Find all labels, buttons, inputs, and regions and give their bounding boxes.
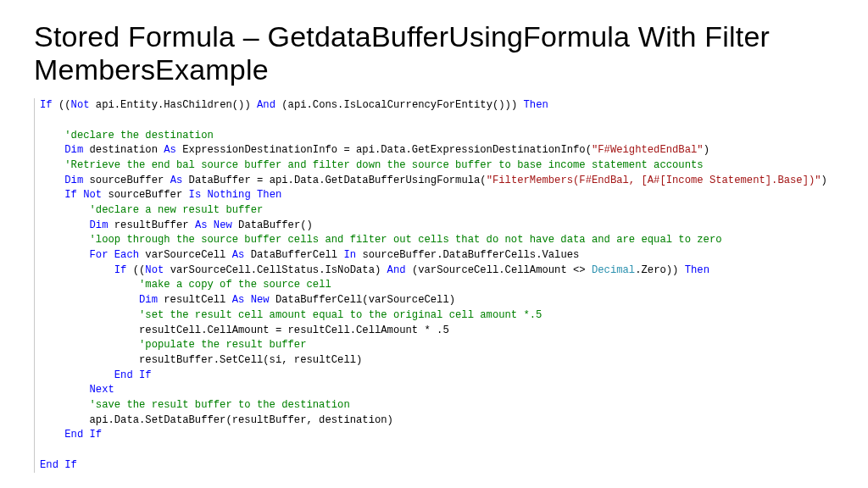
code-block: If ((Not api.Entity.HasChildren()) And (… (34, 98, 834, 473)
code-content: If ((Not api.Entity.HasChildren()) And (… (40, 98, 834, 473)
slide-title: Stored Formula – GetdataBufferUsingFormu… (34, 20, 834, 86)
